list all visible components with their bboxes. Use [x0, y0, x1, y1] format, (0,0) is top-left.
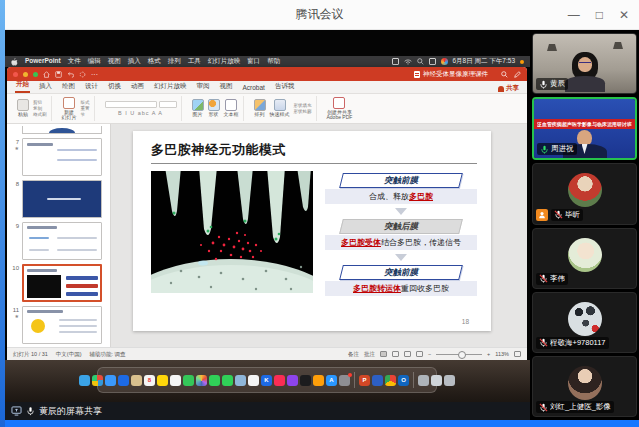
- clipboard-action[interactable]: 剪切: [33, 100, 47, 105]
- notes-button[interactable]: 备注: [348, 351, 359, 358]
- dock-app-icon-maps[interactable]: [183, 375, 194, 386]
- new-slide-button[interactable]: 新建 幻灯片: [62, 97, 77, 121]
- dock-app-icon-reminders[interactable]: [170, 375, 181, 386]
- dock-app-icon-calendar[interactable]: 8: [144, 375, 155, 386]
- dock-app-icon-wechat[interactable]: [372, 375, 383, 386]
- slideshow-view-icon[interactable]: [416, 351, 423, 357]
- accessibility-status[interactable]: 辅助功能: 调查: [90, 351, 126, 358]
- flow-diagram[interactable]: 突触前膜合成、释放 多巴胺突触后膜多巴胺受体 结合多巴胺，传递信号突触前膜多巴胺…: [325, 171, 477, 296]
- ppt-share-button[interactable]: 共享: [498, 84, 519, 93]
- dock-app-icon-music[interactable]: [274, 375, 285, 386]
- participant-tile[interactable]: 刘红_上健医_影像: [532, 356, 637, 417]
- mac-close-button[interactable]: [13, 72, 18, 77]
- dock-app-icon-contacts[interactable]: [131, 375, 142, 386]
- clipboard-action[interactable]: 复制: [33, 106, 47, 111]
- maximize-button[interactable]: □: [596, 8, 603, 22]
- arrange-button[interactable]: 排列: [254, 99, 266, 118]
- ribbon-tab-告诉我[interactable]: 告诉我: [274, 80, 296, 93]
- mac-menu-item[interactable]: 插入: [128, 57, 141, 66]
- edit-mode-icon[interactable]: [514, 71, 521, 78]
- mac-menu-item[interactable]: 视图: [108, 57, 121, 66]
- slide-thumbnail-10[interactable]: [22, 264, 102, 302]
- shape-action[interactable]: 形状填充: [294, 103, 312, 108]
- normal-view-icon[interactable]: [380, 351, 387, 357]
- control-center-icon[interactable]: [429, 58, 436, 65]
- ribbon-tab-开始[interactable]: 开始: [15, 78, 30, 93]
- ribbon-tab-设计[interactable]: 设计: [84, 80, 99, 93]
- font-format-buttons[interactable]: B I U abc A A: [118, 110, 163, 116]
- ribbon-tab-视图[interactable]: 视图: [219, 80, 234, 93]
- zoom-slider[interactable]: [436, 354, 482, 355]
- participant-tile[interactable]: 程敬海+9780117: [532, 292, 637, 353]
- slide-thumbnail-9[interactable]: [22, 222, 102, 260]
- dock-app-icon-documents-stack[interactable]: [418, 375, 429, 386]
- dock-app-icon-launchpad[interactable]: [92, 375, 103, 386]
- mac-menu-item[interactable]: 幻灯片放映: [208, 57, 241, 66]
- search-icon[interactable]: [417, 58, 424, 65]
- ribbon-tab-Acrobat[interactable]: Acrobat: [242, 82, 266, 93]
- slide-title[interactable]: 多巴胺神经元功能模式: [151, 141, 477, 159]
- participant-tile[interactable]: 黄辰: [532, 33, 637, 94]
- dock-app-icon-facetime[interactable]: [222, 375, 233, 386]
- mac-menu-item[interactable]: PowerPoint: [25, 57, 61, 66]
- comments-button[interactable]: 批注: [364, 351, 375, 358]
- slide-thumbnail-8[interactable]: [22, 180, 102, 218]
- quick-styles-button[interactable]: 快速样式: [270, 99, 290, 118]
- slide-action[interactable]: 版式: [81, 100, 90, 105]
- dock-app-icon-outlook[interactable]: O: [398, 375, 409, 386]
- ribbon-tab-审阅[interactable]: 审阅: [196, 80, 211, 93]
- slide-counter[interactable]: 幻灯片 10 / 31: [13, 351, 48, 358]
- zoom-out-button[interactable]: −: [428, 351, 431, 357]
- wifi-icon[interactable]: [404, 59, 412, 65]
- mac-minimize-button[interactable]: [23, 72, 28, 77]
- titlebar-search-icon[interactable]: [501, 71, 508, 78]
- redo-icon[interactable]: [79, 71, 86, 78]
- adobe-pdf-button[interactable]: 创建并共享 Adobe PDF: [327, 97, 353, 121]
- participant-tile[interactable]: 李伟: [532, 228, 637, 289]
- dock-app-icon-app-store[interactable]: A: [326, 375, 337, 386]
- dock-app-icon-safari[interactable]: [105, 375, 116, 386]
- dock-app-icon-finder[interactable]: [79, 375, 90, 386]
- apple-logo-icon[interactable]: [11, 58, 18, 66]
- slide-action[interactable]: 节: [81, 112, 90, 117]
- dock-app-icon-trash[interactable]: [444, 375, 455, 386]
- ribbon-tab-绘图[interactable]: 绘图: [61, 80, 76, 93]
- slide-action[interactable]: 重置: [81, 106, 90, 111]
- slide-thumbnail-7[interactable]: [22, 138, 102, 176]
- neuron-image[interactable]: [151, 171, 313, 293]
- font-size-select[interactable]: [159, 101, 177, 108]
- clipboard-action[interactable]: 格式刷: [33, 112, 47, 117]
- ribbon-tab-幻灯片放映[interactable]: 幻灯片放映: [153, 80, 188, 93]
- dock-app-icon-appletv[interactable]: [300, 375, 311, 386]
- mac-menu-item[interactable]: 格式: [148, 57, 161, 66]
- dock-app-icon-photos[interactable]: [196, 375, 207, 386]
- shape-action[interactable]: 形状轮廓: [294, 109, 312, 114]
- undo-icon[interactable]: [67, 71, 74, 78]
- dock-app-icon-preview[interactable]: [235, 375, 246, 386]
- mac-zoom-button[interactable]: [33, 72, 38, 77]
- zoom-in-button[interactable]: +: [487, 351, 490, 357]
- textbox-button[interactable]: 文本框: [224, 99, 239, 118]
- thumbnail-slide-6-partial[interactable]: [22, 126, 102, 134]
- dock-app-icon-powerpoint[interactable]: P: [359, 375, 370, 386]
- dock-app-icon-podcasts[interactable]: [287, 375, 298, 386]
- mac-menu-item[interactable]: 帮助: [267, 57, 280, 66]
- dock-app-icon-stats[interactable]: [248, 375, 259, 386]
- dock-app-icon-chrome[interactable]: [385, 375, 396, 386]
- ribbon-tab-动画[interactable]: 动画: [130, 80, 145, 93]
- slide-sorter-view-icon[interactable]: [392, 351, 399, 357]
- slide-thumbnail-11[interactable]: [22, 306, 102, 344]
- save-icon[interactable]: [55, 71, 62, 78]
- paste-button[interactable]: 粘贴: [17, 99, 29, 118]
- dock-app-icon-downloads-folder[interactable]: [431, 375, 442, 386]
- shapes-button[interactable]: 形状: [208, 99, 220, 118]
- ribbon-tab-切换[interactable]: 切换: [107, 80, 122, 93]
- participant-tile[interactable]: 泛血管疾病超声医学影像与临床运用研讨班 周进祝: [532, 97, 637, 160]
- language-indicator[interactable]: 中文(中国): [56, 351, 82, 358]
- mac-date-time[interactable]: 6月8日 周二 下午7:53: [453, 57, 516, 66]
- mac-menu-item[interactable]: 工具: [188, 57, 201, 66]
- participant-tile[interactable]: 毕昕: [532, 163, 637, 224]
- minimize-button[interactable]: —: [568, 8, 580, 22]
- dock-app-icon-mail[interactable]: [118, 375, 129, 386]
- dock-app-icon-notes[interactable]: [157, 375, 168, 386]
